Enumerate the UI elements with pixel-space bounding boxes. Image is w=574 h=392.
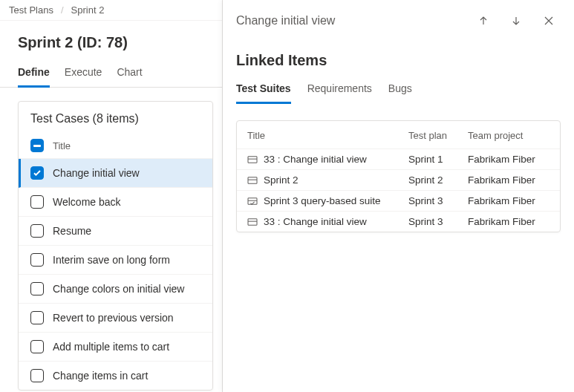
linked-team: Fabrikam Fiber (468, 216, 549, 227)
previous-button[interactable] (472, 9, 495, 33)
testcase-row[interactable]: Revert to previous version (19, 304, 212, 333)
arrow-down-icon (510, 15, 522, 27)
linked-header-row: Title Test plan Team project (237, 121, 560, 149)
linked-plan: Sprint 2 (408, 174, 468, 186)
linked-items-heading: Linked Items (223, 39, 574, 76)
linked-team: Fabrikam Fiber (468, 174, 549, 186)
testcase-title: Change initial view (53, 167, 140, 179)
close-icon (543, 15, 555, 27)
testcase-checkbox[interactable] (30, 311, 44, 324)
testcase-row[interactable]: Resume (19, 217, 212, 246)
linked-row[interactable]: Sprint 3 query-based suiteSprint 3Fabrik… (237, 191, 560, 212)
linked-plan: Sprint 1 (408, 154, 468, 165)
testcase-title: Change colors on initial view (53, 283, 184, 295)
linked-title: Sprint 2 (264, 174, 299, 186)
linked-row[interactable]: 33 : Change initial viewSprint 3Fabrikam… (237, 212, 560, 232)
linked-col-team: Team project (468, 130, 549, 141)
testcase-checkbox[interactable] (30, 253, 44, 267)
subtab-requirements[interactable]: Requirements (307, 76, 372, 104)
testcase-title: Add multiple items to cart (53, 341, 169, 353)
static-suite-icon (247, 176, 258, 185)
breadcrumb-root[interactable]: Test Plans (9, 4, 53, 16)
breadcrumb-separator: / (61, 4, 64, 16)
testcases-header-row: Title (19, 133, 212, 159)
column-title: Title (53, 140, 71, 151)
panel-title: Change initial view (236, 14, 463, 27)
breadcrumb-current[interactable]: Sprint 2 (71, 4, 105, 16)
query-suite-icon (247, 197, 258, 206)
testcases-title: Test Cases (8 items) (19, 102, 212, 133)
select-all-checkbox[interactable] (30, 139, 44, 152)
tab-chart[interactable]: Chart (117, 60, 142, 88)
testcase-row[interactable]: Interim save on long form (19, 246, 212, 275)
arrow-up-icon (477, 15, 489, 27)
testcase-checkbox[interactable] (30, 369, 44, 382)
testcase-row[interactable]: Add multiple items to cart (19, 333, 212, 362)
testcase-title: Change items in cart (53, 370, 148, 382)
subtab-test-suites[interactable]: Test Suites (236, 76, 291, 104)
testcase-row[interactable]: Welcome back (19, 188, 212, 217)
next-button[interactable] (504, 9, 528, 33)
testcase-row[interactable]: Change initial view (19, 159, 212, 188)
testcase-checkbox[interactable] (30, 340, 44, 353)
linked-items-table: Title Test plan Team project 33 : Change… (236, 120, 561, 232)
testcases-card: Test Cases (8 items) Title Change initia… (18, 101, 213, 391)
linked-team: Fabrikam Fiber (468, 154, 549, 165)
testcase-title: Welcome back (53, 196, 121, 208)
testcase-title: Resume (53, 225, 91, 237)
testcase-checkbox[interactable] (30, 224, 44, 238)
testcase-title: Interim save on long form (53, 254, 170, 266)
linked-title: Sprint 3 query-based suite (264, 195, 381, 206)
testcase-checkbox[interactable] (30, 195, 44, 209)
linked-row[interactable]: Sprint 2Sprint 2Fabrikam Fiber (237, 170, 560, 191)
testcase-row[interactable]: Change colors on initial view (19, 275, 212, 304)
close-button[interactable] (537, 9, 561, 33)
breadcrumb: Test Plans / Sprint 2 (0, 0, 222, 21)
linked-plan: Sprint 3 (408, 195, 468, 206)
linked-row[interactable]: 33 : Change initial viewSprint 1Fabrikam… (237, 149, 560, 170)
main-tabs: Define Execute Chart (0, 60, 222, 88)
testcase-title: Revert to previous version (53, 312, 174, 324)
subtab-bugs[interactable]: Bugs (388, 76, 412, 104)
linked-col-title: Title (247, 130, 408, 141)
testcase-row[interactable]: Change items in cart (19, 362, 212, 390)
svg-rect-1 (248, 177, 257, 183)
static-suite-icon (247, 218, 258, 226)
testcase-checkbox[interactable] (30, 282, 44, 295)
details-panel: Change initial view Linked Items Test Su… (223, 0, 574, 392)
svg-rect-3 (248, 218, 257, 225)
linked-items-tabs: Test Suites Requirements Bugs (223, 76, 574, 104)
tab-execute[interactable]: Execute (65, 60, 102, 88)
linked-plan: Sprint 3 (408, 216, 468, 227)
static-suite-icon (247, 155, 258, 164)
svg-rect-0 (248, 156, 257, 163)
linked-title: 33 : Change initial view (264, 216, 367, 227)
testcase-checkbox[interactable] (30, 166, 44, 180)
linked-team: Fabrikam Fiber (468, 195, 549, 206)
linked-col-plan: Test plan (408, 130, 468, 141)
tab-define[interactable]: Define (18, 60, 50, 88)
page-title: Sprint 2 (ID: 78) (0, 21, 222, 60)
linked-title: 33 : Change initial view (264, 154, 367, 165)
